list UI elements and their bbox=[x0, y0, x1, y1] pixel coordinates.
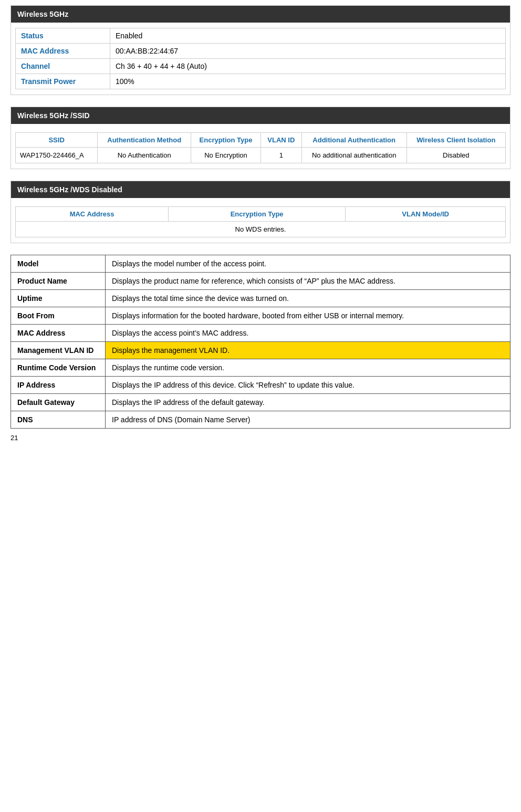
row-value: 100% bbox=[110, 74, 506, 89]
desc-value: Displays the IP address of this device. … bbox=[106, 377, 510, 394]
wireless-5ghz-body: StatusEnabledMAC Address00:AA:BB:22:44:6… bbox=[11, 23, 510, 95]
desc-row: Management VLAN IDDisplays the managemen… bbox=[11, 342, 510, 359]
wireless-5ghz-panel: Wireless 5GHz StatusEnabledMAC Address00… bbox=[11, 5, 510, 95]
row-label: Transmit Power bbox=[16, 74, 110, 89]
desc-value: Displays the management VLAN ID. bbox=[106, 342, 510, 359]
table-row: Transmit Power100% bbox=[16, 74, 506, 89]
desc-value: IP address of DNS (Domain Name Server) bbox=[106, 411, 510, 429]
ssid-cell: Disabled bbox=[407, 148, 505, 163]
desc-row: Product NameDisplays the product name fo… bbox=[11, 273, 510, 290]
ssid-table: SSIDAuthentication MethodEncryption Type… bbox=[15, 132, 506, 163]
desc-label: Default Gateway bbox=[11, 394, 106, 411]
wireless-5ghz-wds-body: MAC AddressEncryption TypeVLAN Mode/ID N… bbox=[11, 198, 510, 243]
desc-row: MAC AddressDisplays the access point’s M… bbox=[11, 325, 510, 342]
table-row: StatusEnabled bbox=[16, 28, 506, 44]
desc-value: Displays the runtime code version. bbox=[106, 359, 510, 377]
wds-row: No WDS entries. bbox=[16, 222, 506, 237]
desc-label: Management VLAN ID bbox=[11, 342, 106, 359]
wireless-5ghz-ssid-panel: Wireless 5GHz /SSID SSIDAuthentication M… bbox=[11, 107, 510, 169]
desc-label: DNS bbox=[11, 411, 106, 429]
ssid-cell: 1 bbox=[260, 148, 301, 163]
ssid-column-header: Additional Authentication bbox=[301, 133, 407, 148]
wds-table: MAC AddressEncryption TypeVLAN Mode/ID N… bbox=[15, 206, 506, 237]
desc-value: Displays the model number of the access … bbox=[106, 255, 510, 273]
page-number: 21 bbox=[11, 434, 510, 442]
wds-column-header: Encryption Type bbox=[169, 207, 346, 222]
desc-value: Displays the IP address of the default g… bbox=[106, 394, 510, 411]
ssid-cell: No additional authentication bbox=[301, 148, 407, 163]
desc-row: Boot FromDisplays information for the bo… bbox=[11, 307, 510, 325]
ssid-column-header: VLAN ID bbox=[260, 133, 301, 148]
ssid-column-header: SSID bbox=[16, 133, 98, 148]
desc-row: DNSIP address of DNS (Domain Name Server… bbox=[11, 411, 510, 429]
wireless-5ghz-info-table: StatusEnabledMAC Address00:AA:BB:22:44:6… bbox=[15, 28, 506, 89]
desc-row: Default GatewayDisplays the IP address o… bbox=[11, 394, 510, 411]
desc-label: MAC Address bbox=[11, 325, 106, 342]
desc-label: IP Address bbox=[11, 377, 106, 394]
wds-column-header: VLAN Mode/ID bbox=[346, 207, 506, 222]
description-table: ModelDisplays the model number of the ac… bbox=[11, 255, 510, 429]
wireless-5ghz-wds-panel: Wireless 5GHz /WDS Disabled MAC AddressE… bbox=[11, 181, 510, 243]
wireless-5ghz-wds-header: Wireless 5GHz /WDS Disabled bbox=[11, 181, 510, 198]
wireless-5ghz-header: Wireless 5GHz bbox=[11, 6, 510, 23]
wireless-5ghz-ssid-header: Wireless 5GHz /SSID bbox=[11, 107, 510, 124]
wds-no-entries: No WDS entries. bbox=[16, 222, 506, 237]
ssid-cell: No Encryption bbox=[191, 148, 261, 163]
desc-value: Displays information for the booted hard… bbox=[106, 307, 510, 325]
row-value: 00:AA:BB:22:44:67 bbox=[110, 44, 506, 59]
ssid-column-header: Wireless Client Isolation bbox=[407, 133, 505, 148]
desc-label: Runtime Code Version bbox=[11, 359, 106, 377]
desc-label: Uptime bbox=[11, 290, 106, 307]
table-row: ChannelCh 36 + 40 + 44 + 48 (Auto) bbox=[16, 59, 506, 74]
desc-value: Displays the total time since the device… bbox=[106, 290, 510, 307]
row-value: Enabled bbox=[110, 28, 506, 44]
row-label: Status bbox=[16, 28, 110, 44]
desc-row: ModelDisplays the model number of the ac… bbox=[11, 255, 510, 273]
ssid-column-header: Encryption Type bbox=[191, 133, 261, 148]
ssid-column-header: Authentication Method bbox=[98, 133, 191, 148]
wireless-5ghz-ssid-body: SSIDAuthentication MethodEncryption Type… bbox=[11, 124, 510, 169]
desc-label: Product Name bbox=[11, 273, 106, 290]
desc-label: Model bbox=[11, 255, 106, 273]
desc-label: Boot From bbox=[11, 307, 106, 325]
wds-column-header: MAC Address bbox=[16, 207, 169, 222]
ssid-cell: WAP1750-224466_A bbox=[16, 148, 98, 163]
desc-value: Displays the access point’s MAC address. bbox=[106, 325, 510, 342]
ssid-cell: No Authentication bbox=[98, 148, 191, 163]
desc-row: IP AddressDisplays the IP address of thi… bbox=[11, 377, 510, 394]
desc-row: UptimeDisplays the total time since the … bbox=[11, 290, 510, 307]
desc-row: Runtime Code VersionDisplays the runtime… bbox=[11, 359, 510, 377]
row-value: Ch 36 + 40 + 44 + 48 (Auto) bbox=[110, 59, 506, 74]
ssid-row: WAP1750-224466_ANo AuthenticationNo Encr… bbox=[16, 148, 506, 163]
table-row: MAC Address00:AA:BB:22:44:67 bbox=[16, 44, 506, 59]
row-label: MAC Address bbox=[16, 44, 110, 59]
row-label: Channel bbox=[16, 59, 110, 74]
desc-value: Displays the product name for reference,… bbox=[106, 273, 510, 290]
